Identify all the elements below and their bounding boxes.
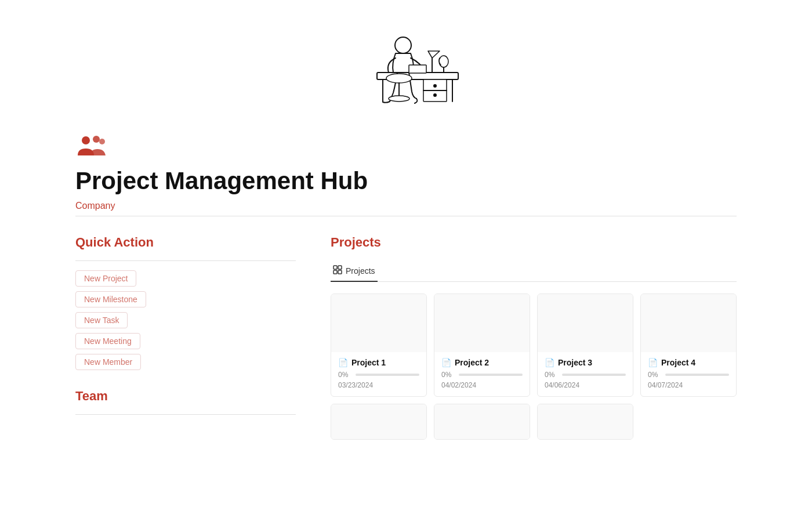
svg-rect-19 [338, 266, 342, 269]
project-card-5[interactable] [331, 404, 427, 440]
svg-point-5 [434, 85, 436, 87]
svg-rect-18 [334, 266, 337, 269]
project-date-3: 04/06/2024 [545, 381, 626, 389]
project-card-preview-1 [331, 294, 426, 352]
main-content: Quick Action New Project New Milestone N… [75, 235, 737, 440]
project-card-preview-6 [434, 404, 530, 439]
doc-icon-3: 📄 [545, 358, 554, 367]
svg-point-6 [434, 94, 436, 96]
team-section: Team [75, 389, 296, 415]
action-buttons-container: New Project New Milestone New Task New M… [75, 270, 296, 370]
progress-row-4: 0% [648, 371, 729, 379]
tab-projects[interactable]: Projects [331, 260, 378, 282]
team-divider [75, 414, 296, 415]
project-card-preview-7 [538, 404, 633, 439]
project-date-2: 04/02/2024 [441, 381, 523, 389]
page-team-icon [75, 133, 737, 161]
svg-rect-11 [409, 65, 426, 73]
svg-rect-21 [338, 270, 342, 274]
quick-action-title: Quick Action [75, 235, 296, 250]
project-card-body-2: 📄 Project 2 0% 04/02/2024 [434, 352, 530, 396]
right-panel: Projects Projects [331, 235, 737, 440]
project-card-preview-4 [641, 294, 736, 352]
project-name-3: 📄 Project 3 [545, 358, 626, 367]
progress-bar-bg-2 [459, 374, 523, 376]
svg-rect-20 [334, 270, 337, 274]
new-member-button[interactable]: New Member [75, 354, 141, 370]
left-panel: Quick Action New Project New Milestone N… [75, 235, 296, 415]
svg-point-10 [389, 96, 409, 102]
project-name-4: 📄 Project 4 [648, 358, 729, 367]
page-title: Project Management Hub [75, 167, 737, 195]
new-milestone-button[interactable]: New Milestone [75, 291, 146, 307]
project-card-3[interactable]: 📄 Project 3 0% 04/06/2024 [537, 294, 633, 397]
project-name-2: 📄 Project 2 [441, 358, 523, 367]
progress-label-2: 0% [441, 371, 454, 379]
svg-point-15 [82, 136, 90, 144]
team-title: Team [75, 389, 296, 404]
progress-label-1: 0% [338, 371, 351, 379]
page-subtitle: Company [75, 201, 737, 211]
new-meeting-button[interactable]: New Meeting [75, 333, 140, 349]
svg-point-7 [395, 37, 411, 53]
projects-grid: 📄 Project 1 0% 03/23/2024 [331, 294, 737, 440]
progress-label-3: 0% [545, 371, 557, 379]
doc-icon-1: 📄 [338, 358, 348, 367]
new-task-button[interactable]: New Task [75, 312, 128, 328]
project-date-1: 03/23/2024 [338, 381, 419, 389]
project-card-body-4: 📄 Project 4 0% 04/07/2024 [641, 352, 736, 396]
progress-row-2: 0% [441, 371, 523, 379]
progress-row-1: 0% [338, 371, 419, 379]
projects-tab-bar: Projects [331, 260, 737, 282]
progress-bar-bg-3 [562, 374, 626, 376]
project-card-7[interactable] [537, 404, 633, 440]
progress-bar-bg-4 [665, 374, 729, 376]
doc-icon-4: 📄 [648, 358, 658, 367]
project-card-body-1: 📄 Project 1 0% 03/23/2024 [331, 352, 426, 396]
project-card-6[interactable] [434, 404, 530, 440]
project-card-preview-5 [331, 404, 426, 439]
quick-action-divider [75, 260, 296, 261]
progress-row-3: 0% [545, 371, 626, 379]
svg-point-17 [99, 139, 105, 144]
projects-title: Projects [331, 235, 737, 250]
tab-projects-label: Projects [346, 266, 375, 276]
doc-icon-2: 📄 [441, 358, 451, 367]
grid-icon [333, 265, 342, 276]
project-card-4[interactable]: 📄 Project 4 0% 04/07/2024 [640, 294, 737, 397]
hero-illustration [75, 0, 737, 122]
header-divider [75, 216, 737, 216]
project-card-2[interactable]: 📄 Project 2 0% 04/02/2024 [434, 294, 530, 397]
project-date-4: 04/07/2024 [648, 381, 729, 389]
progress-label-4: 0% [648, 371, 661, 379]
project-card-body-3: 📄 Project 3 0% 04/06/2024 [538, 352, 633, 396]
project-card-preview-2 [434, 294, 530, 352]
new-project-button[interactable]: New Project [75, 270, 136, 287]
svg-point-8 [386, 74, 412, 83]
project-card-1[interactable]: 📄 Project 1 0% 03/23/2024 [331, 294, 427, 397]
svg-point-13 [439, 56, 448, 67]
project-card-preview-3 [538, 294, 633, 352]
project-name-1: 📄 Project 1 [338, 358, 419, 367]
progress-bar-bg-1 [356, 374, 419, 376]
svg-point-16 [93, 136, 100, 143]
